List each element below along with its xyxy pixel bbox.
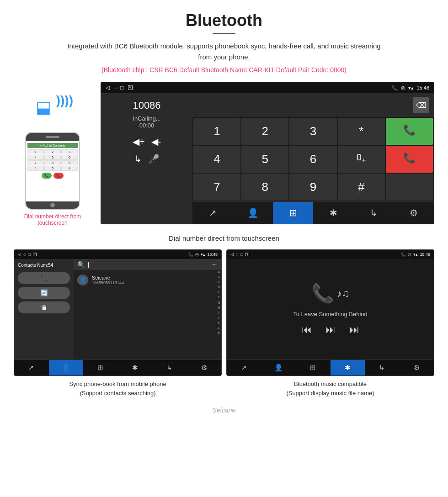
- pb-status-right: 📞 ◎ ▾▴ 15:45: [188, 252, 218, 257]
- dial-key-0plus[interactable]: 0+: [338, 146, 385, 173]
- pb-search-icon: 🔍: [77, 261, 85, 268]
- dial-bottom-contacts[interactable]: 👤: [233, 202, 273, 224]
- music-bottom-bluetooth[interactable]: ✱: [331, 360, 365, 375]
- pb-status-left: ◁ ○ □ ⚿: [18, 252, 37, 257]
- phone-key-8: 8: [44, 160, 61, 165]
- transfer-button[interactable]: ↳: [134, 153, 142, 164]
- music-recents-icon: □: [240, 252, 243, 257]
- pb-wifi-icon: ▾▴: [201, 252, 205, 257]
- music-track-name: To Leave Something Behind: [293, 311, 368, 317]
- music-bottom-transfer[interactable]: ↗: [227, 360, 261, 375]
- dial-bottom-phonebook[interactable]: ↳: [353, 202, 394, 224]
- dial-key-3[interactable]: 3: [289, 118, 336, 145]
- music-status-left: ◁ ○ □ ⚿: [230, 252, 250, 257]
- phone-key-5: 5: [44, 155, 61, 160]
- music-bottom-contacts[interactable]: 👤: [261, 360, 296, 375]
- pb-sync-button[interactable]: 🔄: [18, 287, 70, 299]
- pb-contact-item[interactable]: 👤 Seicane 10655059113144: [77, 273, 218, 287]
- pb-home-icon: ○: [23, 252, 26, 257]
- phone-screen-header: + Add to Contacts: [27, 143, 78, 148]
- music-time: 15:46: [420, 252, 430, 257]
- watermark: Seicane: [0, 404, 448, 417]
- dial-key-7[interactable]: 7: [193, 174, 240, 201]
- signal-icon: ⚿: [128, 85, 133, 91]
- dial-call-accept-button[interactable]: 📞: [386, 118, 433, 145]
- dial-key-5[interactable]: 5: [241, 146, 288, 173]
- phonebook-caption: Sync phone-book from mobile phone (Suppo…: [67, 376, 168, 399]
- music-signal-icon: ⚿: [245, 252, 250, 257]
- page-description: Integrated with BC6 Bluetooth module, su…: [64, 41, 384, 63]
- dial-left-panel: 10086 InCalling... 00:00 ◀+ ◀- ↳ 🎤: [101, 93, 192, 224]
- phonebook-content: Contacts Num:54 📞 🔄 🗑 🔍 ← 👤: [14, 259, 221, 360]
- pb-bottom-contacts[interactable]: 👤: [49, 360, 84, 375]
- call-timer-display: 00:00: [107, 122, 186, 129]
- dial-content: 10086 InCalling... 00:00 ◀+ ◀- ↳ 🎤 ⌫: [101, 93, 434, 224]
- music-note-icon: ♪♫: [337, 288, 350, 300]
- android-status-bar: ◁ ○ □ ⚿ 📞 ◎ ▾▴ 15:46: [101, 82, 434, 93]
- location-icon: ◎: [401, 85, 405, 91]
- dial-backspace-button[interactable]: ⌫: [413, 97, 429, 113]
- title-underline: [213, 33, 235, 34]
- pb-delete-button[interactable]: 🗑: [18, 301, 70, 313]
- dial-bottom-bluetooth[interactable]: ✱: [313, 202, 353, 224]
- pb-location-icon: ◎: [195, 252, 199, 257]
- bottom-screenshots: ◁ ○ □ ⚿ 📞 ◎ ▾▴ 15:45 Contacts Num:54 📞: [0, 249, 448, 399]
- phonebook-left-sidebar: Contacts Num:54 📞 🔄 🗑: [14, 259, 74, 360]
- pb-alpha-l: L: [218, 326, 220, 330]
- phone-top-bar: [26, 133, 79, 141]
- music-next-button[interactable]: ⏭: [325, 324, 336, 336]
- volume-down-button[interactable]: ◀-: [151, 136, 161, 147]
- dial-call-reject-button[interactable]: 📞: [386, 146, 433, 173]
- recents-icon: □: [120, 85, 123, 91]
- pb-bottom-bluetooth[interactable]: ✱: [118, 360, 153, 375]
- pb-call-button[interactable]: 📞: [18, 272, 70, 284]
- music-icon-area: 📞 ♪♫: [311, 283, 350, 304]
- dial-key-hash[interactable]: #: [338, 174, 385, 201]
- pb-bottom-transfer[interactable]: ↗: [14, 360, 49, 375]
- music-prev-button[interactable]: ⏮: [302, 324, 312, 336]
- dial-key-star[interactable]: *: [338, 118, 385, 145]
- dial-key-empty: [386, 174, 433, 201]
- contacts-num-display: Contacts Num:54: [18, 263, 70, 268]
- phone-side: )))) ⬓ + Add to Contacts 1 2 3 4 5 6 7 8…: [14, 82, 91, 226]
- pb-contact-avatar: 👤: [77, 275, 88, 286]
- back-icon: ◁: [106, 85, 110, 91]
- phone-key-9: 9: [61, 160, 78, 165]
- dial-key-6[interactable]: 6: [289, 146, 336, 173]
- dial-bottom-settings[interactable]: ⚙: [394, 202, 434, 224]
- dial-key-9[interactable]: 9: [289, 174, 336, 201]
- phonebook-caption-line1: Sync phone-book from mobile phone: [69, 381, 166, 387]
- music-location-icon: ◎: [408, 252, 411, 257]
- pb-contact-name: Seicane: [92, 275, 124, 280]
- music-bottom-bar: ↗ 👤 ⊞ ✱ ↳ ⚙: [227, 360, 434, 375]
- music-bottom-settings[interactable]: ⚙: [400, 360, 434, 375]
- music-skip-button[interactable]: ⏭: [349, 324, 359, 336]
- pb-alpha-g: G: [218, 301, 220, 305]
- time-display: 15:46: [416, 85, 429, 90]
- status-bar-right: 📞 ◎ ▾▴ 15:46: [392, 85, 429, 91]
- pb-bottom-phonebook[interactable]: ↳: [152, 360, 187, 375]
- dial-right-panel: ⌫ 1 2 3 * 📞 4 5 6 0+ 📞 7 8 9 #: [192, 93, 434, 224]
- phonebook-right-panel: 🔍 ← 👤 Seicane 10655059113144: [74, 259, 221, 360]
- mic-button[interactable]: 🎤: [148, 153, 160, 164]
- pb-signal-icon: ⚿: [33, 252, 37, 257]
- dial-key-2[interactable]: 2: [241, 118, 288, 145]
- dial-key-1[interactable]: 1: [193, 118, 240, 145]
- pb-back-button[interactable]: ←: [211, 261, 218, 268]
- pb-bottom-keypad[interactable]: ⊞: [83, 360, 118, 375]
- pb-search-input[interactable]: [88, 261, 208, 268]
- music-wifi-icon: ▾▴: [413, 252, 418, 257]
- dial-bottom-keypad[interactable]: ⊞: [273, 202, 313, 224]
- music-bottom-keypad[interactable]: ⊞: [296, 360, 331, 375]
- dial-key-8[interactable]: 8: [241, 174, 288, 201]
- pb-bottom-settings[interactable]: ⚙: [187, 360, 222, 375]
- music-bottom-phonebook[interactable]: ↳: [365, 360, 400, 375]
- music-content: 📞 ♪♫ To Leave Something Behind ⏮ ⏭ ⏭: [227, 259, 434, 360]
- dial-bottom-transfer[interactable]: ↗: [192, 202, 233, 224]
- volume-up-button[interactable]: ◀+: [133, 136, 145, 147]
- volume-controls: ◀+ ◀-: [107, 136, 186, 147]
- pb-alpha-list: A B C D E F G H I J K L M: [218, 270, 220, 360]
- phonebook-caption-line2: (Support contacts searching): [80, 390, 155, 397]
- pb-alpha-a: A: [218, 270, 220, 274]
- dial-key-4[interactable]: 4: [193, 146, 240, 173]
